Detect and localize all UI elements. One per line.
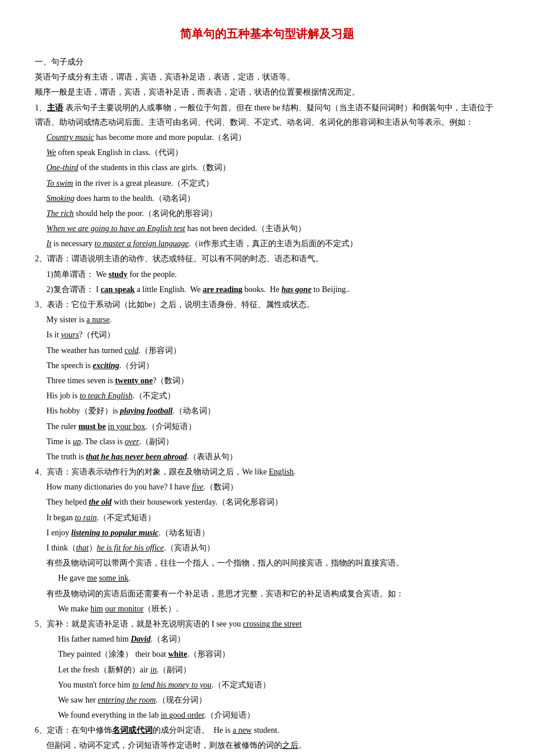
- intro1: 英语句子成分有主语，谓语，宾语，宾语补足语，表语，定语，状语等。: [35, 70, 499, 84]
- ex-me-some-ink: He gave me some ink.: [58, 571, 499, 585]
- ex-nurse: My sister is a nurse.: [46, 312, 499, 327]
- ex-yours: Is it yours?（代词）: [46, 327, 499, 342]
- subject-section: 1、主语 表示句子主要说明的人或事物，一般位于句首。但在 there be 结构…: [35, 100, 499, 129]
- simple-predicate: 1)简单谓语： We study for the people.: [46, 267, 499, 282]
- object-complement-section: 5、宾补：就是宾语补足语，就是补充说明宾语的 I see you crossin…: [35, 617, 499, 631]
- ex-monitor: We make him our monitor（班长）.: [58, 602, 499, 616]
- ex-five: How many dictionaries do you have? I hav…: [46, 480, 499, 494]
- example-to-swim: To swim in the river is a great pleasure…: [46, 176, 499, 190]
- attribute-section: 6、定语：在句中修饰名词或代词的成分叫定语。 He is a new stude…: [35, 723, 499, 737]
- ex-that-he: I think（that）he is fit for his office.（宾…: [46, 541, 499, 555]
- ex-object-complement-intro: 有些及物动词的宾语后面还需要有一个补足语，意思才完整，宾语和它的补足语构成复合宾…: [46, 586, 499, 601]
- object-section: 4、宾语：宾语表示动作行为的对象，跟在及物动词之后，We like Englis…: [35, 465, 499, 479]
- ex-teach-english: His job is to teach English.（不定式）: [46, 388, 499, 403]
- ex-saw-entering: We saw her entering the room.（现在分词）: [58, 693, 499, 707]
- main-content: 一、句子成分 英语句子成分有主语，谓语，宾语，宾语补足语，表语，定语，状语等。 …: [35, 55, 499, 756]
- ex-good-order: We found everything in the lab in good o…: [58, 708, 499, 722]
- intro2: 顺序一般是主语，谓语，宾语，宾语补足语，而表语，定语，状语的位置要根据情况而定。: [35, 85, 499, 99]
- example-the-rich: The rich should help the poor.（名词化的形容词）: [46, 206, 499, 221]
- example-smoking: Smoking does harm to the health.（动名词）: [46, 191, 499, 206]
- ex-playing-football: His hobby（爱好）is playing football.（动名词）: [46, 404, 499, 418]
- ex-lend: You mustn't force him to lend his money …: [58, 678, 499, 692]
- example-we: We often speak English in class.（代词）: [46, 145, 499, 160]
- compound-predicate: 2)复合谓语： I can speak a little English. We…: [46, 282, 499, 297]
- page-title: 简单句的五种基本句型讲解及习题: [35, 23, 499, 44]
- ex-david: His father named him David.（名词）: [58, 632, 499, 646]
- example-country-music: Country music has become more and more p…: [46, 130, 499, 145]
- ex-twenty-one: Three times seven is twenty one?（数词）: [46, 373, 499, 388]
- predicative-section: 3、表语：它位于系动词（比如be）之后，说明主语身份、特征、属性或状态。: [35, 297, 499, 312]
- ex-up-over: Time is up. The class is over.（副词）: [46, 434, 499, 449]
- example-it-formal: It is necessary to master a foreign lang…: [46, 236, 499, 251]
- ex-cold: The weather has turned cold.（形容词）: [46, 343, 499, 358]
- example-when-clause: When we are going to have an English tes…: [46, 221, 499, 236]
- ex-that-clause: The truth is that he has never been abro…: [46, 449, 499, 464]
- ex-in: Let the fresh（新鲜的）air in.（副词）: [58, 663, 499, 677]
- ex-exciting: The speech is exciting.（分词）: [46, 358, 499, 373]
- ex-the-old: They helped the old with their housework…: [46, 495, 499, 509]
- ex-listening: I enjoy listening to popular music.（动名短语…: [46, 525, 499, 540]
- ex-in-the-room: The bike in the room/over there/ is mine…: [58, 754, 499, 756]
- section1-label: 一、句子成分: [35, 55, 499, 69]
- ex-white: They painted（涂漆） their boat white.（形容词）: [58, 647, 499, 661]
- ex-in-your-box: The ruler must be in your box.（介词短语）: [46, 419, 499, 434]
- ex-to-rain: It began to rain.（不定式短语）: [46, 510, 499, 525]
- attribute-desc: 但副词，动词不定式，介词短语等作定语时，则放在被修饰的词的之后。: [46, 738, 499, 753]
- ex-two-objects-intro: 有些及物动词可以带两个宾语，往往一个指人，一个指物，指人的叫间接宾语，指物的叫直…: [46, 556, 499, 570]
- example-one-third: One-third of the students in this class …: [46, 160, 499, 175]
- predicate-section: 2、谓语：谓语说明主语的动作、状态或特征。可以有不同的时态、语态和语气。: [35, 251, 499, 266]
